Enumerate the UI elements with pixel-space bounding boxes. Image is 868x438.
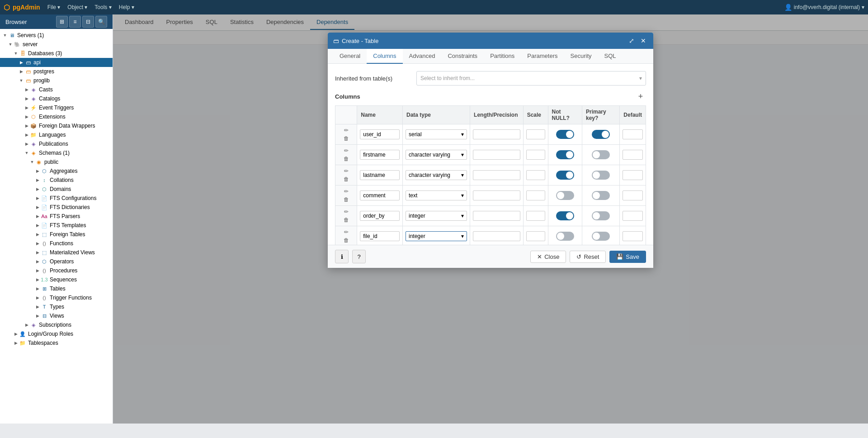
length-input[interactable] bbox=[473, 150, 520, 160]
modal-tab-parameters[interactable]: Parameters bbox=[521, 49, 564, 64]
delete-row-button[interactable]: 🗑 bbox=[342, 155, 351, 163]
close-button[interactable]: ✕ Close bbox=[530, 251, 566, 263]
tree-event-triggers[interactable]: ▶ ⚡ Event Triggers bbox=[0, 103, 113, 112]
view-list-button[interactable]: ≡ bbox=[69, 16, 81, 28]
scale-input[interactable] bbox=[526, 231, 545, 241]
primary-key-toggle[interactable] bbox=[592, 211, 610, 220]
name-input[interactable] bbox=[360, 231, 400, 241]
length-input[interactable] bbox=[473, 231, 520, 241]
type-select[interactable]: serial ▾ bbox=[406, 129, 467, 139]
tree-tablespaces[interactable]: ▶ 📁 Tablespaces bbox=[0, 338, 113, 348]
modal-tab-partitions[interactable]: Partitions bbox=[484, 49, 521, 64]
modal-tab-constraints[interactable]: Constraints bbox=[441, 49, 484, 64]
default-input[interactable] bbox=[623, 170, 643, 180]
tree-operators[interactable]: ▶ ⬡ Operators bbox=[0, 257, 113, 266]
scale-input[interactable] bbox=[526, 190, 545, 200]
primary-key-toggle[interactable] bbox=[592, 130, 610, 139]
type-select[interactable]: character varying ▾ bbox=[406, 150, 467, 160]
tree-fts-configs[interactable]: ▶ 📄 FTS Configurations bbox=[0, 194, 113, 203]
add-column-button[interactable]: + bbox=[635, 91, 646, 102]
inherited-select[interactable]: Select to inherit from... ▾ bbox=[416, 71, 646, 86]
delete-row-button[interactable]: 🗑 bbox=[342, 134, 351, 143]
tree-publications[interactable]: ▶ ◈ Publications bbox=[0, 139, 113, 148]
modal-tab-security[interactable]: Security bbox=[564, 49, 598, 64]
tree-materialized-views[interactable]: ▶ ⬚ Materialized Views bbox=[0, 248, 113, 257]
primary-key-toggle[interactable] bbox=[592, 150, 610, 159]
view-grid-button[interactable]: ⊞ bbox=[56, 16, 68, 28]
primary-key-toggle[interactable] bbox=[592, 171, 610, 180]
scale-input[interactable] bbox=[526, 170, 545, 180]
tree-databases[interactable]: ▼ 🗄 Databases (3) bbox=[0, 49, 113, 58]
tree-procedures[interactable]: ▶ () Procedures bbox=[0, 266, 113, 275]
length-input[interactable] bbox=[473, 211, 520, 221]
tree-views[interactable]: ▶ ⊟ Views bbox=[0, 311, 113, 320]
tree-servers[interactable]: ▼ 🖥 Servers (1) bbox=[0, 31, 113, 40]
tree-subscriptions[interactable]: ▶ ◈ Subscriptions bbox=[0, 320, 113, 329]
default-input[interactable] bbox=[623, 129, 643, 139]
modal-tab-advanced[interactable]: Advanced bbox=[403, 49, 442, 64]
modal-tab-sql[interactable]: SQL bbox=[598, 49, 623, 64]
scale-input[interactable] bbox=[526, 129, 545, 139]
not-null-toggle[interactable] bbox=[556, 171, 574, 180]
primary-key-toggle[interactable] bbox=[592, 232, 610, 241]
length-input[interactable] bbox=[473, 129, 520, 139]
modal-tab-columns[interactable]: Columns bbox=[367, 49, 402, 64]
delete-row-button[interactable]: 🗑 bbox=[342, 195, 351, 204]
delete-row-button[interactable]: 🗑 bbox=[342, 236, 351, 244]
name-input[interactable] bbox=[360, 150, 400, 160]
modal-expand-button[interactable]: ⤢ bbox=[627, 36, 636, 45]
menu-object[interactable]: Object ▾ bbox=[67, 4, 87, 10]
tree-fts-dicts[interactable]: ▶ 📄 FTS Dictionaries bbox=[0, 203, 113, 212]
tree-tables[interactable]: ▶ ⊞ Tables bbox=[0, 284, 113, 293]
length-input[interactable] bbox=[473, 190, 520, 200]
edit-row-button[interactable]: ✏ bbox=[342, 208, 350, 216]
default-input[interactable] bbox=[623, 211, 643, 221]
tree-catalogs[interactable]: ▶ ◈ Catalogs bbox=[0, 94, 113, 103]
modal-tab-general[interactable]: General bbox=[333, 49, 367, 64]
edit-row-button[interactable]: ✏ bbox=[342, 167, 350, 175]
edit-row-button[interactable]: ✏ bbox=[342, 187, 350, 195]
info-button[interactable]: ℹ bbox=[335, 250, 349, 263]
tree-extensions[interactable]: ▶ ⬡ Extensions bbox=[0, 112, 113, 121]
length-input[interactable] bbox=[473, 170, 520, 180]
tree-schemas[interactable]: ▼ ◈ Schemas (1) bbox=[0, 148, 113, 157]
tree-login-roles[interactable]: ▶ 👤 Login/Group Roles bbox=[0, 329, 113, 338]
type-select[interactable]: integer ▾ bbox=[406, 231, 467, 241]
delete-row-button[interactable]: 🗑 bbox=[342, 216, 351, 224]
menu-tools[interactable]: Tools ▾ bbox=[94, 4, 111, 10]
tree-public[interactable]: ▼ ◉ public bbox=[0, 157, 113, 167]
tree-functions[interactable]: ▶ () Functions bbox=[0, 239, 113, 248]
type-select[interactable]: integer ▾ bbox=[406, 211, 467, 221]
edit-row-button[interactable]: ✏ bbox=[342, 126, 350, 134]
not-null-toggle[interactable] bbox=[556, 191, 574, 200]
tree-foreign-data-wrappers[interactable]: ▶ 📦 Foreign Data Wrappers bbox=[0, 121, 113, 130]
tree-fts-parsers[interactable]: ▶ Aa FTS Parsers bbox=[0, 212, 113, 221]
tree-proglib[interactable]: ▼ 🗃 proglib bbox=[0, 76, 113, 85]
edit-row-button[interactable]: ✏ bbox=[342, 228, 350, 236]
tree-trigger-functions[interactable]: ▶ () Trigger Functions bbox=[0, 293, 113, 302]
scale-input[interactable] bbox=[526, 211, 545, 221]
tree-languages[interactable]: ▶ 📁 Languages bbox=[0, 130, 113, 139]
view-detail-button[interactable]: ⊟ bbox=[82, 16, 94, 28]
not-null-toggle[interactable] bbox=[556, 130, 574, 139]
tree-postgres[interactable]: ▶ 🗃 postgres bbox=[0, 67, 113, 76]
help-button[interactable]: ? bbox=[352, 250, 366, 263]
save-button[interactable]: 💾 Save bbox=[609, 251, 646, 263]
name-input[interactable] bbox=[360, 170, 400, 180]
name-input[interactable] bbox=[360, 129, 400, 139]
search-button[interactable]: 🔍 bbox=[95, 16, 107, 28]
menu-file[interactable]: File ▾ bbox=[47, 4, 61, 10]
primary-key-toggle[interactable] bbox=[592, 191, 610, 200]
menu-help[interactable]: Help ▾ bbox=[119, 4, 134, 10]
tree-server[interactable]: ▼ 🐘 server bbox=[0, 40, 113, 49]
not-null-toggle[interactable] bbox=[556, 150, 574, 159]
tree-api[interactable]: ▶ 🗃 api bbox=[0, 58, 113, 67]
type-select[interactable]: character varying ▾ bbox=[406, 170, 467, 180]
default-input[interactable] bbox=[623, 190, 643, 200]
scale-input[interactable] bbox=[526, 150, 545, 160]
tree-collations[interactable]: ▶ ↕ Collations bbox=[0, 176, 113, 185]
not-null-toggle[interactable] bbox=[556, 232, 574, 241]
not-null-toggle[interactable] bbox=[556, 211, 574, 220]
tree-foreign-tables[interactable]: ▶ ⬚ Foreign Tables bbox=[0, 230, 113, 239]
edit-row-button[interactable]: ✏ bbox=[342, 147, 350, 155]
